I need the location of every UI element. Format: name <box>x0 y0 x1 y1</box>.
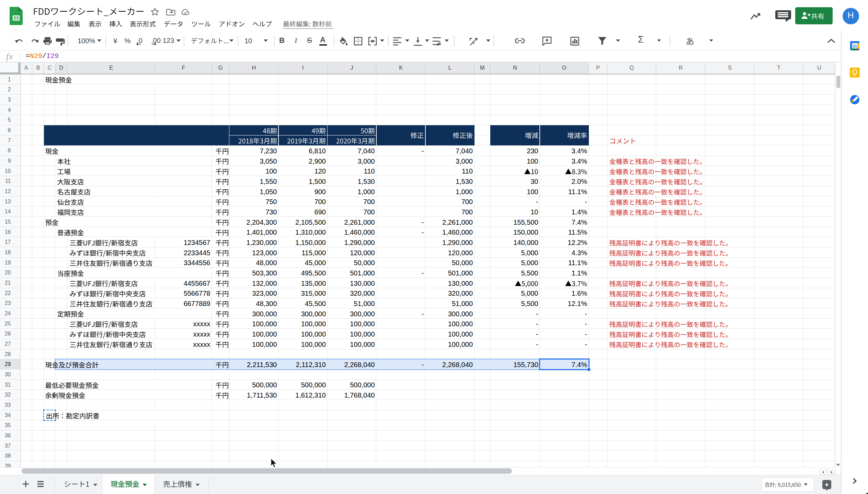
svg-text:31: 31 <box>853 44 857 49</box>
